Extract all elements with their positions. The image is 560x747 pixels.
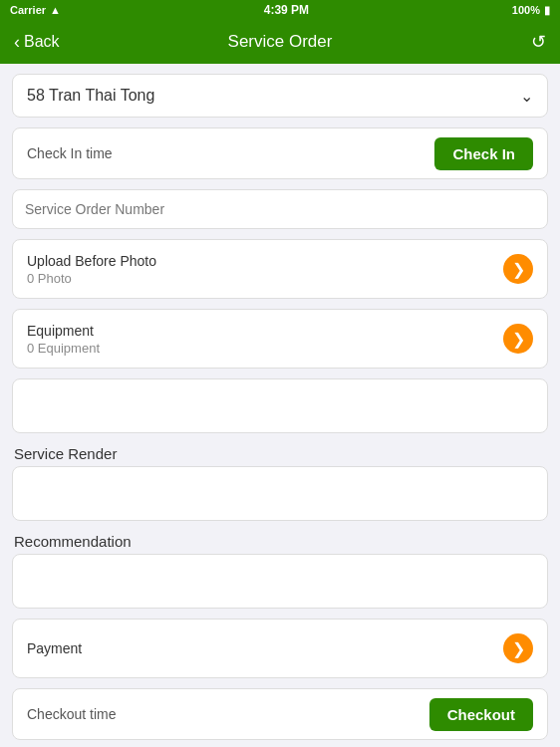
carrier-label: Carrier [10, 4, 46, 16]
arrow-right-icon: ❯ [512, 260, 525, 279]
equipment-title: Equipment [27, 323, 100, 339]
back-chevron-icon: ‹ [14, 32, 20, 53]
status-bar: Carrier ▲ 4:39 PM 100% ▮ [0, 0, 560, 20]
check-in-row: Check In time Check In [12, 127, 548, 179]
recommendation-label: Recommendation [12, 531, 548, 550]
status-bar-left: Carrier ▲ [10, 4, 61, 16]
refresh-button[interactable]: ↺ [531, 31, 546, 53]
service-render-label: Service Render [12, 443, 548, 462]
page-title: Service Order [228, 32, 333, 52]
main-content: 58 Tran Thai Tong ⌄ Check In time Check … [0, 64, 560, 747]
location-selector[interactable]: 58 Tran Thai Tong ⌄ [12, 74, 548, 118]
payment-row[interactable]: Payment ❯ [12, 619, 548, 678]
wifi-icon: ▲ [50, 4, 61, 16]
service-render-input[interactable] [12, 466, 548, 521]
upload-before-photo-title: Upload Before Photo [27, 253, 156, 269]
back-button[interactable]: ‹ Back [14, 32, 60, 53]
equipment-subtitle: 0 Equipment [27, 341, 100, 356]
payment-arrow[interactable]: ❯ [503, 633, 533, 663]
equipment-row[interactable]: Equipment 0 Equipment ❯ [12, 309, 548, 369]
upload-before-photo-arrow[interactable]: ❯ [503, 254, 533, 284]
notes-textarea[interactable] [12, 378, 548, 433]
status-time: 4:39 PM [264, 3, 309, 17]
upload-before-photo-row[interactable]: Upload Before Photo 0 Photo ❯ [12, 239, 548, 299]
checkout-label: Checkout time [27, 706, 116, 722]
recommendation-section: Recommendation [12, 531, 548, 609]
recommendation-input[interactable] [12, 554, 548, 609]
payment-title: Payment [27, 640, 82, 656]
arrow-right-icon: ❯ [512, 330, 525, 349]
check-in-button[interactable]: Check In [434, 137, 533, 170]
equipment-text: Equipment 0 Equipment [27, 323, 100, 356]
location-name: 58 Tran Thai Tong [27, 87, 154, 105]
checkout-button[interactable]: Checkout [429, 698, 533, 731]
payment-text: Payment [27, 640, 82, 656]
checkout-row: Checkout time Checkout [12, 688, 548, 740]
service-order-number-input[interactable] [12, 189, 548, 229]
upload-before-photo-text: Upload Before Photo 0 Photo [27, 253, 156, 286]
battery-label: 100% [512, 4, 540, 16]
check-in-label: Check In time [27, 145, 113, 161]
arrow-right-icon: ❯ [512, 639, 525, 658]
service-render-section: Service Render [12, 443, 548, 521]
nav-bar: ‹ Back Service Order ↺ [0, 20, 560, 64]
equipment-arrow[interactable]: ❯ [503, 324, 533, 354]
chevron-down-icon: ⌄ [520, 87, 533, 106]
upload-before-photo-subtitle: 0 Photo [27, 271, 156, 286]
back-label: Back [24, 33, 60, 51]
status-bar-right: 100% ▮ [512, 4, 550, 17]
battery-icon: ▮ [544, 4, 550, 17]
